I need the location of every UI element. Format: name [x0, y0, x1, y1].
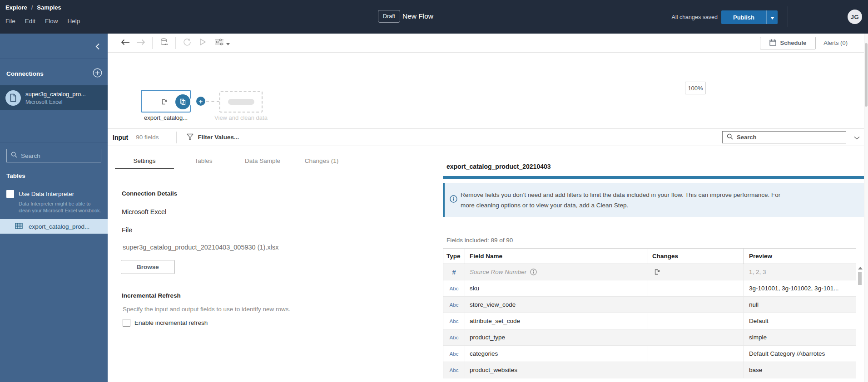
view-clean-data-placeholder[interactable]: [219, 91, 263, 113]
add-connection-button[interactable]: [93, 68, 102, 79]
window-scrollbar-thumb[interactable]: [865, 43, 868, 107]
table-row[interactable]: Abc product_type simple: [443, 329, 856, 346]
removed-field-icon[interactable]: [654, 269, 660, 275]
play-icon: [199, 38, 206, 48]
breadcrumb-samples[interactable]: Samples: [37, 4, 61, 11]
undo-button[interactable]: [118, 34, 133, 53]
field-type-icon: Abc: [450, 302, 459, 308]
menu-item-edit[interactable]: Edit: [25, 18, 35, 24]
column-header-changes[interactable]: Changes: [648, 249, 743, 264]
table-row[interactable]: # Source Row Number 1, 2, 3: [443, 264, 856, 280]
avatar[interactable]: JG: [848, 10, 862, 24]
tab-data-sample[interactable]: Data Sample: [233, 152, 292, 169]
field-type-cell: #: [443, 264, 465, 280]
column-header-preview[interactable]: Preview: [743, 249, 857, 264]
connection-item[interactable]: super3g_catalog_pro... Microsoft Excel: [0, 85, 108, 110]
field-name-cell[interactable]: Source Row Number: [465, 264, 648, 280]
table-row[interactable]: Abc sku 3g-101001, 3g-101002, 3g-101...: [443, 280, 856, 297]
tab-tables[interactable]: Tables: [174, 152, 233, 169]
flow-toolbar: Schedule Alerts (0): [108, 34, 864, 53]
field-type-icon: Abc: [450, 351, 459, 357]
tab-settings[interactable]: Settings: [115, 152, 174, 169]
field-changes-cell: [648, 264, 743, 280]
sidebar-search-input[interactable]: [21, 152, 89, 159]
scroll-up-icon[interactable]: [858, 267, 863, 269]
info-icon[interactable]: [530, 269, 537, 275]
field-name: product_type: [470, 334, 505, 341]
funnel-icon: [187, 133, 193, 142]
field-name-cell[interactable]: categories: [465, 346, 648, 362]
data-interpreter-checkbox[interactable]: [6, 190, 14, 198]
table-row[interactable]: Abc categories Default Category /Abarrot…: [443, 346, 856, 362]
input-tabs: Settings Tables Data Sample Changes (1): [115, 152, 351, 169]
column-header-type[interactable]: Type: [443, 249, 465, 264]
input-step-node[interactable]: [141, 90, 191, 113]
field-preview-cell: 3g-101001, 3g-101002, 3g-101...: [743, 280, 857, 296]
field-preview-cell: Default Category /Abarrotes: [743, 346, 857, 362]
tab-changes[interactable]: Changes (1): [292, 152, 351, 169]
incremental-refresh-row[interactable]: Enable incremental refresh: [123, 319, 208, 327]
field-name-cell[interactable]: attribute_set_code: [465, 313, 648, 329]
arrow-left-icon: [121, 39, 130, 47]
sidebar-table-item[interactable]: export_catalog_prod...: [0, 219, 108, 234]
column-header-field-name[interactable]: Field Name: [465, 249, 648, 264]
add-clean-step-link[interactable]: add a Clean Step.: [579, 202, 628, 209]
flow-canvas[interactable]: + export_catalog... View and clean data …: [108, 53, 864, 128]
field-type-cell: Abc: [443, 362, 465, 378]
incremental-refresh-checkbox[interactable]: [123, 319, 130, 327]
table-scrollbar[interactable]: [858, 264, 863, 382]
sidebar-search-box[interactable]: [6, 149, 101, 162]
placeholder-label: View and clean data: [213, 114, 269, 121]
window-scrollbar[interactable]: [864, 34, 868, 382]
data-interpreter-row[interactable]: Use Data Interpreter: [6, 190, 74, 198]
field-type-cell: Abc: [443, 346, 465, 362]
schedule-button[interactable]: Schedule: [760, 37, 816, 49]
field-preview-cell: null: [743, 297, 857, 313]
breadcrumb-separator: /: [31, 4, 33, 11]
field-name: Source Row Number: [470, 269, 526, 275]
menu-item-file[interactable]: File: [5, 18, 15, 24]
publish-button[interactable]: Publish: [721, 10, 766, 24]
browse-button[interactable]: Browse: [121, 260, 175, 274]
redo-button[interactable]: [133, 34, 149, 53]
canvas-zoom-level[interactable]: 100%: [685, 82, 706, 94]
filter-values-label: Filter Values...: [198, 134, 239, 141]
arrow-right-icon: [136, 39, 145, 47]
field-preview-cell: base: [743, 362, 857, 378]
refresh-button[interactable]: [179, 34, 195, 53]
menu-item-flow[interactable]: Flow: [45, 18, 58, 24]
data-source-button[interactable]: [156, 34, 172, 53]
chevron-left-icon: [95, 44, 100, 51]
collapse-pane-button[interactable]: [854, 133, 860, 142]
filter-values-button[interactable]: Filter Values...: [187, 133, 239, 142]
refresh-icon: [183, 38, 191, 48]
search-icon: [11, 152, 17, 160]
settings-dropdown-button[interactable]: [210, 34, 234, 53]
alerts-button[interactable]: Alerts (0): [823, 39, 848, 46]
publish-dropdown-button[interactable]: [766, 10, 778, 24]
table-row[interactable]: Abc attribute_set_code Default: [443, 313, 856, 329]
fields-search-box[interactable]: [722, 131, 846, 143]
table-scrollbar-thumb[interactable]: [858, 272, 862, 285]
field-name-cell[interactable]: sku: [465, 280, 648, 296]
field-name-cell[interactable]: store_view_code: [465, 297, 648, 313]
header-divider: [788, 6, 788, 27]
fields-panel-title: export_catalog_product_20210403: [446, 163, 551, 170]
field-name-cell[interactable]: product_websites: [465, 362, 648, 378]
field-type-icon: Abc: [450, 286, 459, 291]
tables-title: Tables: [6, 172, 25, 179]
run-flow-button[interactable]: [195, 34, 210, 53]
field-name-cell[interactable]: product_type: [465, 329, 648, 345]
sidebar-collapse-button[interactable]: [95, 43, 100, 52]
table-row[interactable]: Abc product_websites base: [443, 362, 856, 378]
input-field-count: 90 fields: [136, 134, 159, 141]
fields-search-input[interactable]: [737, 134, 832, 141]
breadcrumb-explore[interactable]: Explore: [5, 4, 27, 11]
incremental-refresh-label: Enable incremental refresh: [134, 319, 208, 326]
table-row[interactable]: Abc store_view_code null: [443, 297, 856, 313]
field-changes-cell: [648, 297, 743, 313]
settings-pane: Settings Tables Data Sample Changes (1) …: [108, 146, 441, 382]
add-step-button[interactable]: +: [196, 97, 205, 106]
menu-item-help[interactable]: Help: [68, 18, 80, 24]
field-type-cell: Abc: [443, 297, 465, 313]
